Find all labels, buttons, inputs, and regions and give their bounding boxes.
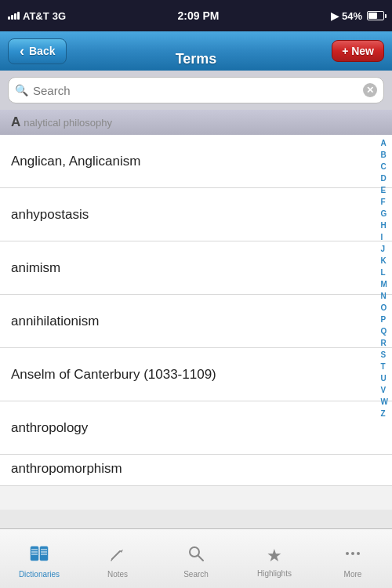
section-header-sublabel: nalytical philosophy <box>24 117 112 129</box>
tab-dictionaries[interactable]: Dictionaries <box>0 529 78 588</box>
alpha-k[interactable]: K <box>379 255 390 267</box>
header: Back Terms + New <box>0 31 392 71</box>
search-bar: 🔍 ✕ <box>8 77 384 103</box>
carrier-label: AT&T <box>23 10 49 22</box>
battery-icon <box>367 11 384 20</box>
tab-notes[interactable]: Notes <box>78 529 157 588</box>
alpha-l[interactable]: L <box>379 267 390 278</box>
list-item[interactable]: Anglican, Anglicanism <box>0 135 392 188</box>
svg-point-15 <box>357 552 360 555</box>
new-button[interactable]: + New <box>332 40 384 62</box>
alpha-r[interactable]: R <box>379 337 390 349</box>
alpha-w[interactable]: W <box>379 396 390 408</box>
status-right: ▶ 54% <box>331 10 384 22</box>
list-item[interactable]: animism <box>0 241 392 295</box>
section-header-label: A <box>11 114 20 130</box>
alpha-i[interactable]: I <box>379 231 390 243</box>
tab-highlights[interactable]: ★ Highlights <box>235 529 314 588</box>
alpha-o[interactable]: O <box>379 302 390 314</box>
search-tab-icon <box>187 545 205 567</box>
alpha-q[interactable]: Q <box>379 325 390 337</box>
tab-dictionaries-label: Dictionaries <box>19 570 60 579</box>
tab-search[interactable]: Search <box>157 529 235 588</box>
tab-more[interactable]: More <box>314 529 392 588</box>
tab-search-label: Search <box>183 570 209 579</box>
signal-bars <box>8 12 20 20</box>
list-item-text: animism <box>11 260 60 276</box>
search-clear-button[interactable]: ✕ <box>363 83 377 97</box>
tab-highlights-label: Highlights <box>257 569 292 578</box>
alpha-v[interactable]: V <box>379 384 390 396</box>
network-type: 3G <box>53 10 66 22</box>
search-input[interactable] <box>33 84 358 97</box>
notes-icon <box>109 545 126 567</box>
alpha-f[interactable]: F <box>379 196 390 208</box>
tab-bar: Dictionaries Notes Search ★ Highlights <box>0 528 392 588</box>
status-left: AT&T 3G <box>8 10 66 22</box>
alpha-b[interactable]: B <box>379 149 390 161</box>
list-area: A nalytical philosophy Anglican, Anglica… <box>0 110 392 510</box>
alpha-g[interactable]: G <box>379 208 390 220</box>
list-item-text: anthropology <box>11 420 88 436</box>
svg-marker-9 <box>120 550 123 553</box>
page-title: Terms <box>176 39 217 78</box>
list-item-text: anthropomorphism <box>11 461 122 477</box>
alpha-u[interactable]: U <box>379 372 390 384</box>
list-item[interactable]: anhypostasis <box>0 188 392 241</box>
alpha-d[interactable]: D <box>379 172 390 184</box>
alpha-s[interactable]: S <box>379 349 390 361</box>
alpha-t[interactable]: T <box>379 361 390 372</box>
list-item-partial[interactable]: anthropomorphism <box>0 455 392 486</box>
more-icon <box>344 545 361 567</box>
alpha-z[interactable]: Z <box>379 408 390 419</box>
list-item-text: anhypostasis <box>11 207 89 223</box>
back-button[interactable]: Back <box>8 38 67 64</box>
alpha-e[interactable]: E <box>379 184 390 196</box>
highlights-icon: ★ <box>267 546 282 566</box>
svg-line-10 <box>111 559 112 561</box>
section-header-a: A nalytical philosophy <box>0 110 392 135</box>
list-item[interactable]: Anselm of Canterbury (1033-1109) <box>0 348 392 401</box>
alpha-index: A B C D E F G H I J K L M N O P Q R S T … <box>379 137 390 419</box>
alpha-j[interactable]: J <box>379 243 390 255</box>
status-bar: AT&T 3G 2:09 PM ▶ 54% <box>0 0 392 31</box>
list-item-text: Anglican, Anglicanism <box>11 154 140 169</box>
list-item-text: Anselm of Canterbury (1033-1109) <box>11 367 216 383</box>
dictionaries-icon <box>29 545 49 567</box>
list-item-text: annihilationism <box>11 314 99 329</box>
tab-more-label: More <box>344 570 362 579</box>
list-item[interactable]: annihilationism <box>0 295 392 348</box>
tab-notes-label: Notes <box>107 570 128 579</box>
list-item[interactable]: anthropology <box>0 401 392 455</box>
alpha-m[interactable]: M <box>379 278 390 290</box>
svg-line-8 <box>112 551 120 559</box>
alpha-a[interactable]: A <box>379 137 390 149</box>
status-time: 2:09 PM <box>178 9 220 22</box>
battery-percent: 54% <box>342 10 362 22</box>
svg-rect-0 <box>31 546 38 561</box>
svg-point-14 <box>351 552 354 555</box>
alpha-h[interactable]: H <box>379 220 390 231</box>
svg-rect-1 <box>40 546 48 561</box>
alpha-n[interactable]: N <box>379 290 390 302</box>
svg-point-11 <box>190 547 199 557</box>
search-icon: 🔍 <box>15 84 28 96</box>
svg-line-12 <box>198 556 203 561</box>
svg-point-13 <box>346 552 349 555</box>
alpha-p[interactable]: P <box>379 314 390 325</box>
alpha-c[interactable]: C <box>379 161 390 172</box>
